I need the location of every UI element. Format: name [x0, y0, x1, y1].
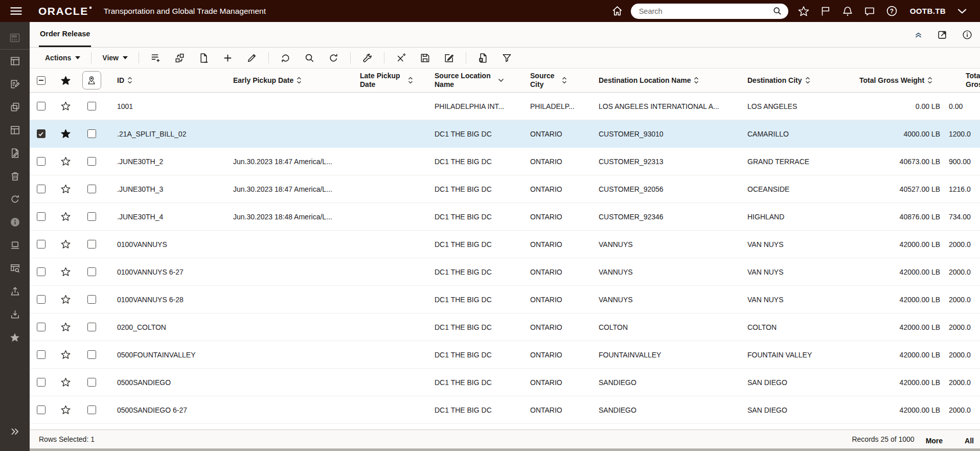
cell-id[interactable]: 0100VANNUYS 6-27	[104, 268, 233, 276]
flag-icon[interactable]	[819, 5, 832, 17]
favorites-icon[interactable]	[797, 5, 810, 17]
search-icon[interactable]	[298, 50, 322, 65]
row-flag-checkbox[interactable]	[87, 129, 96, 138]
row-flag-checkbox[interactable]	[87, 323, 96, 331]
row-favorite-star[interactable]	[60, 156, 71, 167]
column-header-source-city[interactable]: Source City	[530, 72, 599, 88]
column-header-early-pickup-date[interactable]: Early Pickup Date	[233, 76, 360, 84]
cell-id[interactable]: 0500FOUNTAINVALLEY	[104, 351, 233, 359]
table-row[interactable]: 0500SANDIEGO DC1 THE BIG DC ONTARIO SAND…	[30, 369, 980, 396]
favorite-column-header-star-icon[interactable]	[60, 75, 71, 86]
row-select-checkbox[interactable]	[37, 295, 45, 304]
upload-icon[interactable]	[0, 280, 30, 303]
more-button[interactable]: More	[926, 437, 943, 445]
column-header-total-gross-weight[interactable]: Total Gross Weight	[859, 76, 944, 84]
row-select-checkbox[interactable]	[37, 212, 45, 221]
table-row[interactable]: 0500FOUNTAINVALLEY DC1 THE BIG DC ONTARI…	[30, 341, 980, 369]
search-input[interactable]	[639, 7, 772, 15]
export-excel-icon[interactable]	[471, 50, 495, 65]
page-info-icon[interactable]	[962, 29, 973, 40]
global-search[interactable]	[631, 4, 788, 19]
row-favorite-star[interactable]	[60, 211, 71, 222]
sort-icon[interactable]	[927, 76, 932, 84]
row-favorite-star[interactable]	[60, 294, 71, 305]
row-flag-checkbox[interactable]	[87, 267, 96, 276]
row-select-checkbox[interactable]	[37, 267, 45, 276]
laptop-icon[interactable]	[0, 234, 30, 257]
row-select-checkbox[interactable]	[37, 378, 45, 387]
cell-id[interactable]: 0500SANDIEGO	[104, 378, 233, 387]
row-flag-checkbox[interactable]	[87, 212, 96, 221]
cell-id[interactable]: 0100VANNUYS	[104, 240, 233, 249]
add-icon[interactable]	[216, 50, 240, 65]
map-location-button[interactable]	[82, 71, 101, 89]
cell-id[interactable]: .JUNE30TH_4	[104, 213, 233, 221]
user-badge[interactable]: OOTB.TB	[910, 7, 946, 15]
edit-icon[interactable]	[240, 50, 264, 65]
row-select-checkbox[interactable]	[37, 350, 45, 359]
sort-icon[interactable]	[805, 76, 810, 84]
refresh-cw-icon[interactable]	[322, 50, 346, 65]
expand-icon[interactable]	[0, 420, 30, 443]
sort-icon[interactable]	[408, 76, 413, 84]
all-button[interactable]: All	[965, 437, 974, 445]
column-header-id[interactable]: ID	[104, 76, 233, 84]
cell-id[interactable]: 0500SANDIEGO 6-27	[104, 406, 233, 414]
row-favorite-star[interactable]	[60, 404, 71, 415]
row-favorite-star[interactable]	[60, 101, 71, 111]
dashboard-icon[interactable]	[0, 26, 30, 49]
column-header-destination-location-name[interactable]: Destination Location Name	[599, 76, 747, 84]
table-layout-icon[interactable]	[0, 50, 30, 73]
user-menu-chevron-icon[interactable]	[955, 5, 969, 18]
table-row[interactable]: .JUNE30TH_2 Jun.30.2023 18:47 America/L.…	[30, 148, 980, 175]
panel-layout-icon[interactable]	[0, 119, 30, 142]
add-to-list-icon[interactable]	[144, 50, 168, 65]
cell-id[interactable]: .21A_SPLIT_BILL_02	[104, 130, 233, 138]
sort-icon[interactable]	[127, 76, 132, 84]
row-favorite-star[interactable]	[60, 322, 71, 332]
select-all-checkbox[interactable]	[37, 76, 45, 85]
row-select-checkbox[interactable]	[37, 323, 45, 331]
row-favorite-star[interactable]	[60, 239, 71, 250]
column-header-source-location-name[interactable]: Source Location Name	[435, 72, 530, 88]
tab-order-release[interactable]: Order Release	[39, 22, 91, 47]
row-flag-checkbox[interactable]	[87, 102, 96, 110]
edit-note-icon[interactable]	[437, 50, 461, 65]
column-header-destination-city[interactable]: Destination City	[747, 76, 859, 84]
table-row[interactable]: .JUNE30TH_4 Jun.30.2023 18:48 America/L.…	[30, 203, 980, 231]
tools-icon[interactable]	[355, 50, 379, 65]
cell-id[interactable]: .JUNE30TH_3	[104, 185, 233, 193]
table-search-icon[interactable]	[0, 257, 30, 280]
column-header-late-pickup-date[interactable]: Late Pickup Date	[360, 72, 435, 88]
table-row[interactable]: .JUNE30TH_3 Jun.30.2023 18:47 America/L.…	[30, 175, 980, 203]
row-favorite-star[interactable]	[60, 266, 71, 277]
table-row[interactable]: 0100VANNUYS DC1 THE BIG DC ONTARIO VANNU…	[30, 231, 980, 258]
search-icon[interactable]	[772, 6, 783, 16]
cell-id[interactable]: 0100VANNUYS 6-28	[104, 296, 233, 304]
row-flag-checkbox[interactable]	[87, 378, 96, 387]
actions-menu-button[interactable]: Actions	[39, 54, 86, 62]
row-favorite-star[interactable]	[60, 128, 71, 139]
table-row[interactable]: 0100VANNUYS 6-27 DC1 THE BIG DC ONTARIO …	[30, 258, 980, 286]
sort-icon[interactable]	[297, 76, 302, 84]
refresh-ccw-icon[interactable]	[274, 50, 298, 65]
file-edit-icon[interactable]	[0, 142, 30, 165]
collapse-icon[interactable]	[914, 30, 923, 39]
download-icon[interactable]	[0, 303, 30, 326]
remove-page-icon[interactable]	[192, 50, 216, 65]
row-favorite-star[interactable]	[60, 377, 71, 388]
reorder-icon[interactable]	[168, 50, 192, 65]
notifications-icon[interactable]	[841, 5, 854, 17]
unassign-icon[interactable]	[389, 50, 413, 65]
table-row[interactable]: 0100VANNUYS 6-28 DC1 THE BIG DC ONTARIO …	[30, 286, 980, 313]
sort-down-icon[interactable]	[498, 78, 504, 82]
delete-icon[interactable]	[0, 165, 30, 188]
sort-icon[interactable]	[694, 76, 699, 84]
row-select-checkbox[interactable]	[37, 185, 45, 193]
favorites-star-icon[interactable]	[0, 326, 30, 349]
cell-id[interactable]: .JUNE30TH_2	[104, 157, 233, 166]
help-icon[interactable]: ?	[885, 5, 898, 17]
table-row[interactable]: .21A_SPLIT_BILL_02 DC1 THE BIG DC ONTARI…	[30, 120, 980, 148]
row-flag-checkbox[interactable]	[87, 157, 96, 166]
sort-icon[interactable]	[562, 76, 567, 84]
